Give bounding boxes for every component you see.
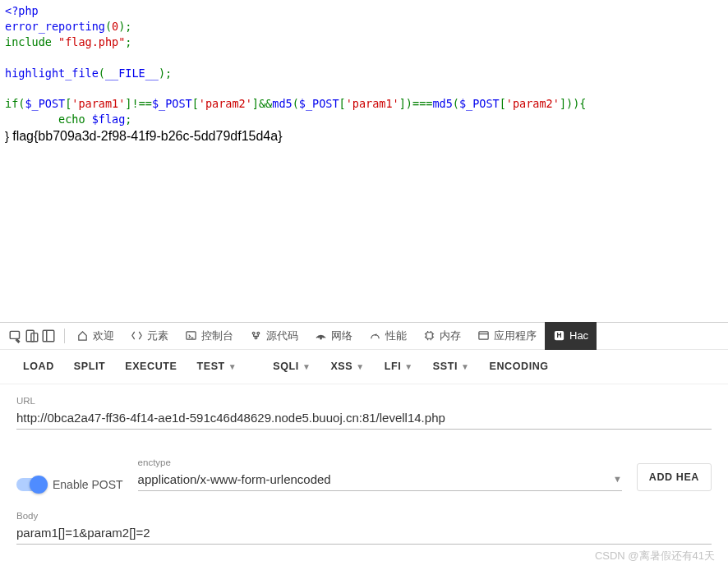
- svg-rect-20: [479, 332, 488, 339]
- svg-rect-11: [426, 333, 433, 339]
- svg-point-6: [252, 332, 255, 334]
- flag-output: flag{bb709a3d-2f98-41f9-b26c-5dd79df15d4…: [12, 129, 282, 143]
- url-input[interactable]: [16, 408, 712, 430]
- execute-button[interactable]: EXECUTE: [118, 352, 183, 380]
- svg-rect-3: [43, 330, 54, 342]
- url-label: URL: [16, 396, 712, 406]
- svg-rect-0: [10, 331, 19, 338]
- hackbar-actions: LOAD SPLIT EXECUTE TEST▼ SQLI▼ XSS▼ LFI▼…: [0, 350, 728, 384]
- dock-icon[interactable]: [41, 329, 56, 343]
- tab-hackbar[interactable]: H Hac: [545, 322, 597, 350]
- enctype-select[interactable]: application/x-www-form-urlencoded ▼: [138, 470, 622, 491]
- sqli-button[interactable]: SQLI▼: [266, 352, 317, 380]
- php-open-tag: <?php: [5, 4, 39, 17]
- enable-post-toggle[interactable]: [16, 478, 46, 491]
- split-button[interactable]: SPLIT: [67, 352, 112, 380]
- tab-console[interactable]: 控制台: [177, 322, 242, 350]
- svg-point-7: [257, 332, 260, 334]
- chevron-down-icon: ▼: [356, 362, 365, 371]
- inspect-icon[interactable]: [8, 329, 23, 343]
- ssti-button[interactable]: SSTI▼: [426, 352, 477, 380]
- load-button[interactable]: LOAD: [16, 352, 61, 380]
- tab-sources[interactable]: 源代码: [242, 322, 306, 350]
- lfi-button[interactable]: LFI▼: [378, 352, 420, 380]
- svg-text:H: H: [556, 331, 561, 339]
- enable-post-label: Enable POST: [53, 478, 123, 491]
- xss-button[interactable]: XSS▼: [324, 352, 371, 380]
- svg-point-8: [255, 337, 257, 339]
- tab-memory[interactable]: 内存: [415, 322, 469, 350]
- chevron-down-icon: ▼: [461, 362, 470, 371]
- tab-application[interactable]: 应用程序: [469, 322, 545, 350]
- test-button[interactable]: TEST▼: [191, 352, 244, 380]
- enctype-label: enctype: [138, 457, 622, 467]
- blank-space: [0, 149, 728, 322]
- chevron-down-icon: ▼: [228, 362, 237, 371]
- tab-welcome[interactable]: 欢迎: [68, 322, 122, 350]
- tab-performance[interactable]: 性能: [361, 322, 415, 350]
- chevron-down-icon: ▼: [404, 362, 413, 371]
- body-label: Body: [16, 511, 712, 521]
- hackbar-form: URL Enable POST enctype application/x-ww…: [0, 384, 728, 545]
- php-source-code: <?php error_reporting(0); include "flag.…: [0, 0, 728, 149]
- devtools-tabbar: 欢迎 元素 控制台 源代码 网络 性能 内存 应用程序 H Hac: [0, 322, 728, 350]
- tab-network[interactable]: 网络: [306, 322, 361, 350]
- svg-point-9: [320, 338, 322, 340]
- tab-elements[interactable]: 元素: [122, 322, 177, 350]
- add-header-button[interactable]: ADD HEA: [637, 463, 712, 491]
- device-toggle-icon[interactable]: [25, 329, 39, 343]
- chevron-down-icon: ▼: [302, 362, 311, 371]
- svg-rect-1: [26, 330, 34, 342]
- body-input[interactable]: [16, 523, 712, 545]
- chevron-down-icon: ▼: [613, 474, 622, 484]
- encoding-button[interactable]: ENCODING: [482, 352, 555, 380]
